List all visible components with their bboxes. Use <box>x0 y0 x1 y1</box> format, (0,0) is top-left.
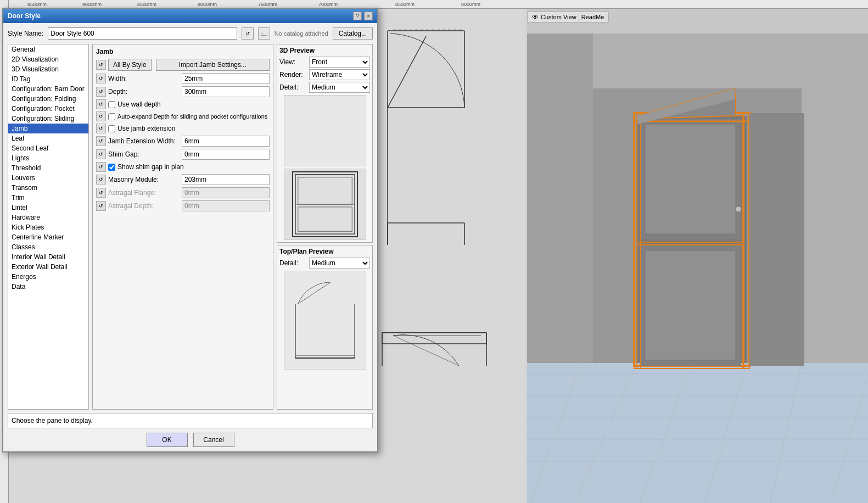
astragal-depth-row: ↺ Astragal Depth: <box>96 200 270 211</box>
auto-expand-label: Auto-expand Depth for sliding and pocket… <box>117 113 267 120</box>
nav-item-pocket[interactable]: Configuration: Pocket <box>8 104 88 114</box>
plan-detail-select[interactable]: Low Medium High <box>309 258 370 269</box>
masonry-module-input[interactable] <box>182 174 270 185</box>
svg-rect-46 <box>298 207 351 231</box>
jamb-width-label: Width: <box>108 75 180 82</box>
shim-gap-icon[interactable]: ↺ <box>96 149 106 159</box>
astragal-flange-label: Astragal Flange: <box>108 189 180 197</box>
svg-line-52 <box>298 282 330 304</box>
svg-point-42 <box>736 206 741 212</box>
auto-expand-icon[interactable]: ↺ <box>96 111 106 121</box>
jamb-ext-width-icon[interactable]: ↺ <box>96 136 106 146</box>
dialog-buttons: OK Cancel <box>8 433 373 447</box>
close-button[interactable]: × <box>364 12 373 20</box>
nav-item-interior[interactable]: Interior Wall Detail <box>8 252 88 262</box>
ruler-mark: 7500mm <box>258 2 277 7</box>
shim-gap-input[interactable] <box>182 149 270 160</box>
nav-item-barn-door[interactable]: Configuration: Barn Door <box>8 84 88 94</box>
style-name-input[interactable] <box>48 27 237 40</box>
nav-item-lights[interactable]: Lights <box>8 153 88 163</box>
preview-3d-label: 3D Preview <box>279 47 370 54</box>
style-name-row: Style Name: ↺ 📖 No catalog attached Cata… <box>8 27 373 40</box>
style-name-label: Style Name: <box>8 30 43 37</box>
style-icon-btn-2[interactable]: 📖 <box>258 27 270 40</box>
use-jamb-ext-row: ↺ Use jamb extension <box>96 124 270 133</box>
use-jamb-ext-icon[interactable]: ↺ <box>96 124 106 133</box>
nav-item-kick-plates[interactable]: Kick Plates <box>8 222 88 232</box>
preview-3d-canvas <box>284 95 366 166</box>
masonry-module-icon[interactable]: ↺ <box>96 175 106 185</box>
nav-item-energos[interactable]: Energos <box>8 272 88 282</box>
dialog-content: Style Name: ↺ 📖 No catalog attached Cata… <box>3 23 377 451</box>
right-panel: Jamb ↺ All By Style Import Jamb Settings… <box>92 44 373 410</box>
use-wall-depth-icon[interactable]: ↺ <box>96 99 106 109</box>
ruler-mark: 9500mm <box>27 2 47 7</box>
use-wall-depth-label: Use wall depth <box>117 100 161 108</box>
nav-item-hardware[interactable]: Hardware <box>8 213 88 222</box>
view-3d-area: 👁 Custom View _ReadMe <box>527 9 868 503</box>
use-jamb-ext-checkbox[interactable] <box>108 125 115 132</box>
preview-panel: 3D Preview View: Front Back Left Right <box>277 44 373 410</box>
preview-view-row: View: Front Back Left Right <box>279 57 370 68</box>
jamb-panel: Jamb ↺ All By Style Import Jamb Settings… <box>92 44 273 410</box>
use-wall-depth-checkbox[interactable] <box>108 101 115 108</box>
help-button[interactable]: ? <box>353 12 362 20</box>
jamb-ext-width-input[interactable] <box>182 136 270 147</box>
astragal-depth-icon[interactable]: ↺ <box>96 201 106 211</box>
nav-item-id-tag[interactable]: ID Tag <box>8 74 88 84</box>
nav-item-classes[interactable]: Classes <box>8 242 88 252</box>
render-select[interactable]: Wireframe Solid <box>309 69 370 80</box>
astragal-depth-input <box>182 200 270 211</box>
nav-item-folding[interactable]: Configuration: Folding <box>8 94 88 104</box>
ok-button[interactable]: OK <box>147 433 188 447</box>
nav-item-centerline[interactable]: Centerline Marker <box>8 232 88 242</box>
cancel-button[interactable]: Cancel <box>193 433 234 447</box>
use-jamb-ext-label: Use jamb extension <box>117 125 175 132</box>
catalog-button[interactable]: Catalog... <box>333 27 373 40</box>
ruler-mark: 8000mm <box>461 2 480 7</box>
nav-item-general[interactable]: General <box>8 44 88 54</box>
nav-item-2d-vis[interactable]: 2D Visualization <box>8 54 88 64</box>
nav-item-trim[interactable]: Trim <box>8 193 88 203</box>
show-shim-checkbox[interactable] <box>108 164 115 171</box>
nav-item-threshold[interactable]: Threshold <box>8 163 88 173</box>
no-catalog-text: No catalog attached <box>275 30 328 37</box>
nav-item-transom[interactable]: Transom <box>8 183 88 193</box>
nav-item-3d-vis[interactable]: 3D Visualization <box>8 64 88 74</box>
show-shim-row: ↺ Show shim gap in plan <box>96 162 270 172</box>
nav-item-jamb[interactable]: Jamb <box>8 124 88 133</box>
nav-item-louvers[interactable]: Louvers <box>8 173 88 183</box>
show-shim-icon[interactable]: ↺ <box>96 162 106 172</box>
all-by-style-button[interactable]: All By Style <box>108 59 152 71</box>
astragal-depth-label: Astragal Depth: <box>108 202 180 210</box>
auto-expand-checkbox[interactable] <box>108 113 115 120</box>
view-label: View: <box>279 58 307 66</box>
dialog-body: General 2D Visualization 3D Visualizatio… <box>8 44 373 410</box>
jamb-width-icon[interactable]: ↺ <box>96 74 106 83</box>
import-jamb-button[interactable]: Import Jamb Settings... <box>156 59 270 71</box>
view-select[interactable]: Front Back Left Right <box>309 57 370 68</box>
plan-preview-label: Top/Plan Preview <box>279 248 370 255</box>
left-nav: General 2D Visualization 3D Visualizatio… <box>8 44 89 410</box>
jamb-ext-width-label: Jamb Extension Width: <box>108 137 180 145</box>
style-icon-btn-1[interactable]: ↺ <box>242 27 254 40</box>
jamb-width-input[interactable] <box>182 73 270 84</box>
plan-detail-row: Detail: Low Medium High <box>279 258 370 269</box>
dialog-title-bar: Door Style ? × <box>3 9 377 23</box>
svg-rect-43 <box>749 113 804 366</box>
jamb-depth-input[interactable] <box>182 86 270 97</box>
nav-item-second-leaf[interactable]: Second Leaf <box>8 143 88 153</box>
dialog-title: Door Style <box>8 12 41 20</box>
astragal-flange-icon[interactable]: ↺ <box>96 188 106 198</box>
detail-select[interactable]: Low Medium High <box>309 82 370 93</box>
title-bar-controls: ? × <box>353 12 373 20</box>
jamb-all-style-icon[interactable]: ↺ <box>96 60 106 70</box>
nav-item-sliding[interactable]: Configuration: Sliding <box>8 114 88 124</box>
astragal-flange-row: ↺ Astragal Flange: <box>96 187 270 198</box>
use-wall-depth-row: ↺ Use wall depth <box>96 99 270 109</box>
nav-item-exterior[interactable]: Exterior Wall Detail <box>8 262 88 272</box>
nav-item-leaf[interactable]: Leaf <box>8 133 88 143</box>
nav-item-data[interactable]: Data <box>8 282 88 292</box>
jamb-depth-icon[interactable]: ↺ <box>96 87 106 97</box>
nav-item-lintel[interactable]: Lintel <box>8 203 88 213</box>
